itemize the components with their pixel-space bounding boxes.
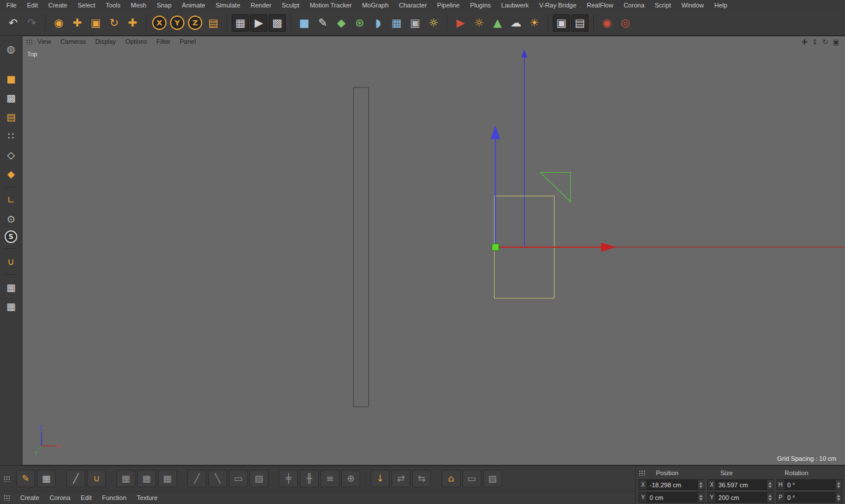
render-picture-viewer-icon[interactable]: ▶ [250,14,267,32]
size-y-stepper[interactable] [767,492,774,503]
globe-icon[interactable]: ◍ [3,41,18,56]
vp-menu-panel[interactable]: Panel [175,37,201,46]
plane-cut-icon[interactable]: ▨ [250,470,269,487]
menu-corona[interactable]: Corona [618,1,650,10]
size-x-stepper[interactable] [767,479,774,490]
knife-tool-icon[interactable]: ╱ [187,470,206,487]
menu-plugins[interactable]: Plugins [465,1,496,10]
add-light-icon[interactable]: ☼ [425,14,442,32]
polygons-mode-icon[interactable]: ◆ [3,166,18,181]
menu-animate[interactable]: Animate [177,1,210,10]
position-x-input[interactable]: -18.298 cm [647,479,698,490]
menu-character[interactable]: Character [394,1,432,10]
simulate-icon[interactable]: ⊛ [351,14,368,32]
weld-tool-icon[interactable]: ⊕ [341,470,360,487]
add-cube-icon[interactable]: ■ [296,14,313,32]
menu-vray-bridge[interactable]: V-Ray Bridge [534,1,582,10]
extrude-tool-icon[interactable]: ⌂ [442,470,461,487]
menu-realflow[interactable]: RealFlow [582,1,618,10]
mat-menu-create[interactable]: Create [15,494,44,502]
mat-menu-function[interactable]: Function [97,494,131,502]
polygon-pen-icon[interactable]: ▭ [229,470,248,487]
menu-render[interactable]: Render [246,1,277,10]
vp-menu-display[interactable]: Display [90,37,120,46]
rotation-h-input[interactable]: 0 ° [784,479,836,490]
object-z-axis-arrowhead[interactable] [491,126,500,139]
render-view-icon[interactable]: ▦ [232,14,249,32]
magnet-tool-icon[interactable]: ∪ [87,470,106,487]
menu-file[interactable]: File [1,1,22,10]
add-spline-icon[interactable]: ✎ [314,14,331,32]
menu-simulate[interactable]: Simulate [210,1,246,10]
rotation-p-stepper[interactable] [836,492,842,503]
corona-interactive-render-icon[interactable]: ◎ [617,14,634,32]
array-tool-icon[interactable]: ▦ [116,470,135,487]
menu-mograph[interactable]: MoGraph [357,1,394,10]
add-camera-icon[interactable]: ▣ [406,14,424,32]
vp-menu-cameras[interactable]: Cameras [56,37,91,46]
vray-camera-icon[interactable]: ▶ [452,14,469,32]
lock-workplane-icon[interactable]: ▦ [3,280,18,295]
instance-tool-icon[interactable]: ▦ [158,470,177,487]
zoom-view-icon[interactable]: ↕ [812,38,818,46]
corona-light-icon[interactable]: ☼ [470,14,488,32]
matrix-extrude-icon[interactable]: ▨ [483,470,502,487]
smooth-shift-icon[interactable]: ▭ [462,470,481,487]
menu-help[interactable]: Help [709,1,733,10]
laubwerk-plant-icon[interactable]: ▲ [489,14,506,32]
menu-window[interactable]: Window [676,1,709,10]
plane-handle[interactable] [541,172,571,202]
menu-snap[interactable]: Snap [152,1,177,10]
align-workplane-icon[interactable]: ▦ [3,299,18,314]
rotation-p-input[interactable]: 0 ° [784,492,836,503]
add-environment-icon[interactable]: ▦ [388,14,405,32]
slide-tool-icon[interactable]: ≡ [320,470,339,487]
corona-sun-icon[interactable]: ☀ [526,14,543,32]
menu-create[interactable]: Create [43,1,73,10]
add-deformer-icon[interactable]: ◗ [369,14,387,32]
menu-pipeline[interactable]: Pipeline [432,1,465,10]
live-selection-icon[interactable]: ◉ [50,14,67,32]
mat-menu-edit[interactable]: Edit [76,494,97,502]
corona-render-icon[interactable]: ◉ [598,14,616,32]
object-origin-handle[interactable] [492,244,499,251]
clone-tool-icon[interactable]: ▦ [137,470,156,487]
menu-edit[interactable]: Edit [22,1,43,10]
scale-tool-icon[interactable]: ▣ [87,14,104,32]
viewport-top[interactable]: ViewCamerasDisplayOptionsFilterPanel ✚↕↻… [22,36,845,465]
size-y-input[interactable]: 200 cm [715,492,767,503]
panel-grip-icon[interactable] [639,470,646,476]
position-x-stepper[interactable] [698,479,704,490]
position-y-input[interactable]: 0 cm [647,492,698,503]
menu-laubwerk[interactable]: Laubwerk [496,1,534,10]
menu-sculpt[interactable]: Sculpt [277,1,305,10]
menu-motion-tracker[interactable]: Motion Tracker [304,1,357,10]
mograph-icon[interactable]: ◆ [333,14,350,32]
panel-grip-icon[interactable] [3,476,10,482]
transfer-tool-icon[interactable]: ⇄ [391,470,410,487]
lock-x-axis-icon[interactable]: X [152,16,167,30]
tweak-grid-icon[interactable]: ▦ [37,470,56,487]
edges-mode-icon[interactable]: ◇ [3,147,18,162]
menu-tools[interactable]: Tools [100,1,126,10]
mat-menu-texture[interactable]: Texture [131,494,163,502]
picture-viewer-icon[interactable]: ▤ [571,14,589,32]
menu-mesh[interactable]: Mesh [126,1,152,10]
last-used-tool-icon[interactable]: ✚ [124,14,141,32]
pan-view-icon[interactable]: ✚ [801,38,807,46]
lock-y-axis-icon[interactable]: Y [170,16,184,30]
plane-object-wireframe[interactable] [353,88,368,407]
line-cut-icon[interactable]: ╲ [208,470,227,487]
object-x-axis-arrowhead[interactable] [601,242,617,252]
menu-script[interactable]: Script [650,1,676,10]
panel-grip-icon[interactable] [26,39,33,45]
spline-pen-icon[interactable]: ✎ [16,470,35,487]
enable-snap-icon[interactable]: ∪ [3,254,18,269]
panel-grip-icon[interactable] [3,495,10,501]
undo-icon[interactable]: ↶ [5,14,22,32]
vp-menu-options[interactable]: Options [120,37,152,46]
rotation-h-stepper[interactable] [836,479,842,490]
render-settings-icon[interactable]: ▩ [269,14,286,32]
coordinate-system-icon[interactable]: ▤ [205,14,222,32]
viewport-scene[interactable]: Z X Y [22,47,845,465]
